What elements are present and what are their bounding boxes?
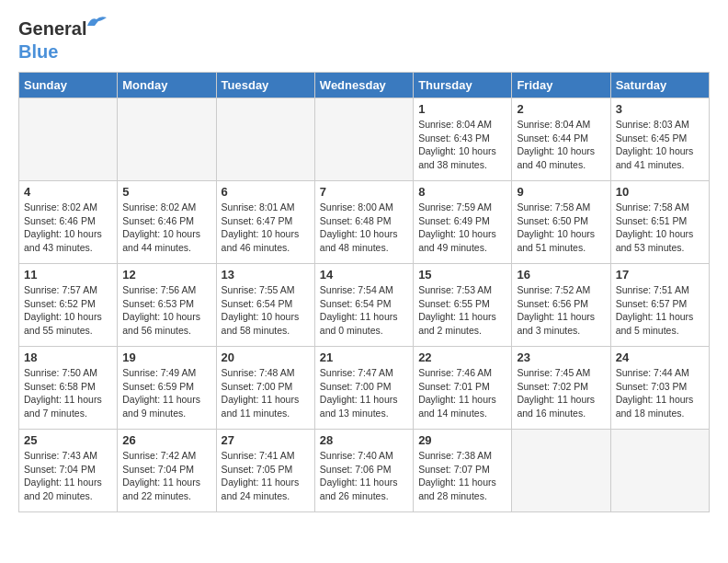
calendar-cell: 8Sunrise: 7:59 AM Sunset: 6:49 PM Daylig…	[414, 181, 512, 264]
day-info: Sunrise: 7:40 AM Sunset: 7:06 PM Dayligh…	[320, 449, 408, 503]
day-info: Sunrise: 7:58 AM Sunset: 6:51 PM Dayligh…	[616, 201, 704, 255]
calendar-cell: 14Sunrise: 7:54 AM Sunset: 6:54 PM Dayli…	[314, 264, 413, 347]
day-number: 12	[122, 268, 210, 282]
day-number: 19	[122, 350, 210, 364]
day-number: 29	[418, 433, 506, 447]
calendar-week-3: 11Sunrise: 7:57 AM Sunset: 6:52 PM Dayli…	[19, 264, 710, 347]
calendar-cell	[216, 98, 314, 181]
day-info: Sunrise: 7:38 AM Sunset: 7:07 PM Dayligh…	[418, 449, 506, 503]
day-number: 2	[517, 102, 605, 116]
calendar-cell: 3Sunrise: 8:03 AM Sunset: 6:45 PM Daylig…	[610, 98, 709, 181]
day-info: Sunrise: 8:02 AM Sunset: 6:46 PM Dayligh…	[24, 201, 112, 255]
day-number: 13	[222, 268, 310, 282]
calendar-cell	[512, 430, 610, 512]
day-number: 24	[616, 350, 704, 364]
calendar-cell: 25Sunrise: 7:43 AM Sunset: 7:04 PM Dayli…	[19, 430, 118, 512]
calendar-cell	[314, 98, 413, 181]
day-info: Sunrise: 7:56 AM Sunset: 6:53 PM Dayligh…	[122, 283, 210, 338]
day-number: 17	[616, 268, 704, 282]
calendar-cell: 12Sunrise: 7:56 AM Sunset: 6:53 PM Dayli…	[118, 264, 216, 347]
day-info: Sunrise: 7:49 AM Sunset: 6:59 PM Dayligh…	[122, 366, 210, 420]
weekday-header-friday: Friday	[512, 73, 610, 98]
day-number: 11	[24, 268, 112, 282]
day-info: Sunrise: 7:51 AM Sunset: 6:57 PM Dayligh…	[616, 283, 704, 338]
weekday-header-thursday: Thursday	[414, 73, 512, 98]
day-info: Sunrise: 7:48 AM Sunset: 7:00 PM Dayligh…	[222, 366, 310, 420]
day-number: 21	[320, 350, 408, 364]
day-number: 15	[418, 268, 506, 282]
day-number: 3	[616, 102, 704, 116]
logo-blue-text: Blue	[18, 41, 58, 63]
calendar-week-4: 18Sunrise: 7:50 AM Sunset: 6:58 PM Dayli…	[19, 347, 710, 430]
day-number: 8	[418, 185, 506, 199]
day-info: Sunrise: 7:44 AM Sunset: 7:03 PM Dayligh…	[616, 366, 704, 420]
calendar-cell: 4Sunrise: 8:02 AM Sunset: 6:46 PM Daylig…	[19, 181, 118, 264]
calendar-table: SundayMondayTuesdayWednesdayThursdayFrid…	[18, 72, 710, 512]
calendar-cell: 18Sunrise: 7:50 AM Sunset: 6:58 PM Dayli…	[19, 347, 118, 430]
day-info: Sunrise: 8:01 AM Sunset: 6:47 PM Dayligh…	[222, 201, 310, 255]
calendar-cell: 5Sunrise: 8:02 AM Sunset: 6:46 PM Daylig…	[118, 181, 216, 264]
calendar-body: 1Sunrise: 8:04 AM Sunset: 6:43 PM Daylig…	[19, 98, 710, 512]
weekday-header-saturday: Saturday	[610, 73, 709, 98]
day-info: Sunrise: 7:52 AM Sunset: 6:56 PM Dayligh…	[517, 283, 605, 338]
day-info: Sunrise: 7:45 AM Sunset: 7:02 PM Dayligh…	[517, 366, 605, 420]
day-number: 6	[222, 185, 310, 199]
day-info: Sunrise: 7:59 AM Sunset: 6:49 PM Dayligh…	[418, 201, 506, 255]
day-info: Sunrise: 7:46 AM Sunset: 7:01 PM Dayligh…	[418, 366, 506, 420]
calendar-week-1: 1Sunrise: 8:04 AM Sunset: 6:43 PM Daylig…	[19, 98, 710, 181]
calendar-week-5: 25Sunrise: 7:43 AM Sunset: 7:04 PM Dayli…	[19, 430, 710, 512]
day-info: Sunrise: 7:58 AM Sunset: 6:50 PM Dayligh…	[517, 201, 605, 255]
day-info: Sunrise: 8:00 AM Sunset: 6:48 PM Dayligh…	[320, 201, 408, 255]
calendar-cell: 24Sunrise: 7:44 AM Sunset: 7:03 PM Dayli…	[610, 347, 709, 430]
day-number: 27	[222, 433, 310, 447]
day-info: Sunrise: 8:03 AM Sunset: 6:45 PM Dayligh…	[616, 118, 704, 172]
calendar-cell: 23Sunrise: 7:45 AM Sunset: 7:02 PM Dayli…	[512, 347, 610, 430]
calendar-week-2: 4Sunrise: 8:02 AM Sunset: 6:46 PM Daylig…	[19, 181, 710, 264]
day-number: 4	[24, 185, 112, 199]
calendar-header-row: SundayMondayTuesdayWednesdayThursdayFrid…	[19, 73, 710, 98]
day-number: 9	[517, 185, 605, 199]
day-info: Sunrise: 8:04 AM Sunset: 6:44 PM Dayligh…	[517, 118, 605, 172]
logo-bird-icon	[86, 15, 107, 31]
day-number: 1	[418, 102, 506, 116]
logo-general-text: General	[18, 18, 86, 39]
calendar-cell: 19Sunrise: 7:49 AM Sunset: 6:59 PM Dayli…	[118, 347, 216, 430]
calendar-cell	[118, 98, 216, 181]
calendar-cell: 11Sunrise: 7:57 AM Sunset: 6:52 PM Dayli…	[19, 264, 118, 347]
page-header: General Blue	[18, 18, 710, 63]
day-number: 16	[517, 268, 605, 282]
calendar-cell: 20Sunrise: 7:48 AM Sunset: 7:00 PM Dayli…	[216, 347, 314, 430]
calendar-cell: 27Sunrise: 7:41 AM Sunset: 7:05 PM Dayli…	[216, 430, 314, 512]
weekday-header-sunday: Sunday	[19, 73, 118, 98]
day-info: Sunrise: 7:41 AM Sunset: 7:05 PM Dayligh…	[222, 449, 310, 503]
calendar-cell: 10Sunrise: 7:58 AM Sunset: 6:51 PM Dayli…	[610, 181, 709, 264]
calendar-cell: 28Sunrise: 7:40 AM Sunset: 7:06 PM Dayli…	[314, 430, 413, 512]
day-info: Sunrise: 7:47 AM Sunset: 7:00 PM Dayligh…	[320, 366, 408, 420]
day-info: Sunrise: 7:42 AM Sunset: 7:04 PM Dayligh…	[122, 449, 210, 503]
day-number: 25	[24, 433, 112, 447]
day-number: 28	[320, 433, 408, 447]
calendar-cell: 1Sunrise: 8:04 AM Sunset: 6:43 PM Daylig…	[414, 98, 512, 181]
day-info: Sunrise: 7:50 AM Sunset: 6:58 PM Dayligh…	[24, 366, 112, 420]
day-info: Sunrise: 7:57 AM Sunset: 6:52 PM Dayligh…	[24, 283, 112, 338]
day-info: Sunrise: 8:04 AM Sunset: 6:43 PM Dayligh…	[418, 118, 506, 172]
day-number: 7	[320, 185, 408, 199]
day-number: 18	[24, 350, 112, 364]
calendar-cell: 2Sunrise: 8:04 AM Sunset: 6:44 PM Daylig…	[512, 98, 610, 181]
day-number: 14	[320, 268, 408, 282]
day-number: 20	[222, 350, 310, 364]
calendar-cell: 15Sunrise: 7:53 AM Sunset: 6:55 PM Dayli…	[414, 264, 512, 347]
day-number: 10	[616, 185, 704, 199]
calendar-cell: 29Sunrise: 7:38 AM Sunset: 7:07 PM Dayli…	[414, 430, 512, 512]
calendar-cell: 16Sunrise: 7:52 AM Sunset: 6:56 PM Dayli…	[512, 264, 610, 347]
day-number: 26	[122, 433, 210, 447]
weekday-header-monday: Monday	[118, 73, 216, 98]
calendar-cell: 17Sunrise: 7:51 AM Sunset: 6:57 PM Dayli…	[610, 264, 709, 347]
day-number: 23	[517, 350, 605, 364]
day-info: Sunrise: 7:43 AM Sunset: 7:04 PM Dayligh…	[24, 449, 112, 503]
logo-combined: General	[18, 18, 86, 40]
day-info: Sunrise: 7:55 AM Sunset: 6:54 PM Dayligh…	[222, 283, 310, 338]
day-info: Sunrise: 7:54 AM Sunset: 6:54 PM Dayligh…	[320, 283, 408, 338]
day-info: Sunrise: 8:02 AM Sunset: 6:46 PM Dayligh…	[122, 201, 210, 255]
calendar-cell: 7Sunrise: 8:00 AM Sunset: 6:48 PM Daylig…	[314, 181, 413, 264]
